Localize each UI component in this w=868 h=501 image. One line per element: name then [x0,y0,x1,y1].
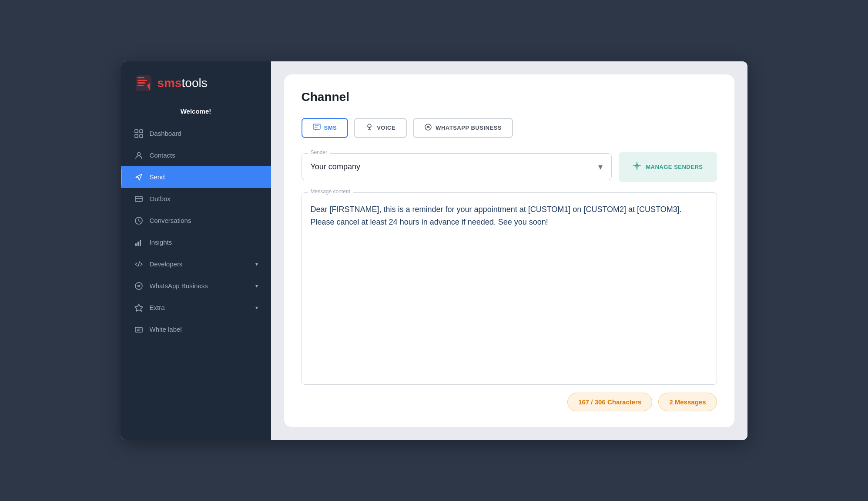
whatsapp-arrow: ▾ [255,283,258,289]
sidebar-item-outbox[interactable]: Outbox [121,188,271,210]
logo-text: smstools [158,76,208,90]
svg-rect-7 [135,134,138,138]
outbox-label: Outbox [150,195,258,202]
extra-arrow: ▾ [255,305,258,311]
svg-rect-8 [140,134,143,138]
sidebar-nav: Dashboard Contacts Send [121,123,271,440]
tab-sms-label: SMS [324,124,337,131]
send-label: Send [150,173,258,181]
sidebar-item-conversations[interactable]: Conversations [121,210,271,232]
characters-badge: 167 / 306 Characters [567,393,652,411]
sidebar-item-whitelabel[interactable]: White label [121,319,271,340]
developers-icon [134,259,144,269]
extra-icon [134,303,144,313]
logo-sms: sms [158,76,182,90]
svg-point-16 [135,282,142,289]
main-card: Channel SMS [284,74,734,427]
dropdown-arrow-icon: ▾ [598,161,603,172]
insights-icon [134,238,144,247]
sms-tab-icon [313,123,321,133]
svg-rect-1 [137,77,144,78]
whatsapp-icon [134,281,144,291]
tab-voice-label: VOICE [377,124,395,131]
dashboard-label: Dashboard [150,130,258,137]
sidebar-item-extra[interactable]: Extra ▾ [121,297,271,319]
sidebar-item-whatsapp[interactable]: WhatsApp Business ▾ [121,275,271,297]
message-section: Message content 167 / 306 Characters 2 M… [302,192,717,411]
svg-rect-10 [135,196,142,202]
dashboard-icon [134,129,144,138]
tab-sms[interactable]: SMS [302,118,349,138]
outbox-icon [134,194,144,204]
sidebar-item-send[interactable]: Send [121,166,271,188]
svg-rect-4 [137,85,144,86]
manage-senders-icon [633,161,641,172]
svg-rect-3 [137,82,145,84]
svg-rect-6 [140,130,143,133]
message-fieldset: Message content [302,192,717,385]
whatsapp-label: WhatsApp Business [150,282,249,289]
svg-rect-15 [142,242,142,246]
svg-rect-5 [135,130,138,133]
channel-tabs: SMS VOICE [302,118,717,138]
sender-dropdown[interactable]: Your company ▾ [302,154,612,180]
tab-whatsapp[interactable]: WHATSAPP BUSINESS [413,118,513,138]
sender-select-row: Sender Your company ▾ [302,152,717,182]
svg-point-9 [137,152,140,155]
send-icon [134,172,144,182]
sidebar-welcome: Welcome! [121,103,271,123]
messages-badge: 2 Messages [658,393,717,411]
sender-section: Sender Your company ▾ [302,152,717,182]
whatsapp-tab-icon [424,123,432,133]
svg-rect-13 [137,242,139,246]
svg-rect-14 [140,240,141,246]
sidebar-item-contacts[interactable]: Contacts [121,145,271,166]
page-title: Channel [302,90,717,104]
insights-label: Insights [150,239,258,246]
logo-tools: tools [182,76,208,90]
app-wrapper: smstools Welcome! Dashboard [121,61,747,440]
sidebar-item-developers[interactable]: Developers ▾ [121,253,271,275]
svg-rect-2 [137,80,147,81]
message-textarea[interactable] [302,193,717,384]
manage-senders-button[interactable]: MANAGE SENDERS [619,152,717,182]
sidebar-item-insights[interactable]: Insights [121,232,271,253]
message-legend: Message content [308,188,353,195]
conversations-label: Conversations [150,217,258,224]
developers-label: Developers [150,260,249,268]
extra-label: Extra [150,304,249,311]
sidebar: smstools Welcome! Dashboard [121,61,271,440]
contacts-icon [134,151,144,160]
sender-value: Your company [311,162,360,171]
whitelabel-label: White label [150,326,258,333]
whitelabel-icon [134,325,144,334]
tab-voice[interactable]: VOICE [354,118,407,138]
conversations-icon [134,216,144,225]
sender-fieldset: Sender Your company ▾ [302,153,612,180]
main-content: Channel SMS [271,61,747,440]
message-footer: 167 / 306 Characters 2 Messages [302,393,717,411]
svg-rect-18 [135,327,142,332]
sidebar-logo: smstools [121,61,271,103]
developers-arrow: ▾ [255,261,258,267]
manage-senders-label: MANAGE SENDERS [646,164,703,170]
svg-rect-12 [135,243,137,246]
sender-legend: Sender [308,149,330,155]
tab-whatsapp-label: WHATSAPP BUSINESS [436,124,502,131]
voice-tab-icon [365,123,373,133]
svg-point-23 [425,124,431,130]
svg-marker-17 [135,304,143,311]
logo-icon [134,74,153,93]
svg-rect-19 [313,124,320,129]
contacts-label: Contacts [150,151,258,159]
sidebar-item-dashboard[interactable]: Dashboard [121,123,271,145]
